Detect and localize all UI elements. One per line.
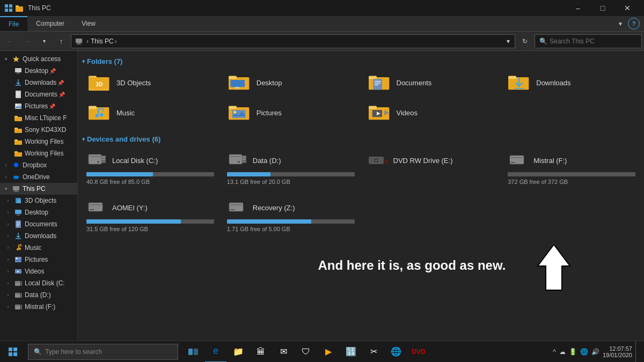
item-icon-working-files2 <box>13 149 23 158</box>
folder-item-downloads[interactable]: Downloads <box>502 69 640 97</box>
folder-documents-icon <box>369 73 390 92</box>
drive-bar-fill-d <box>227 172 270 176</box>
taskbar-vlc-icon[interactable]: ▶ <box>318 341 339 363</box>
taskbar-security-icon[interactable]: 🛡 <box>295 341 317 363</box>
folders-section-header[interactable]: ▾Folders (7) <box>82 55 640 69</box>
svg-rect-5 <box>16 5 19 7</box>
taskbar-dvd-icon[interactable]: DVD <box>408 341 429 363</box>
sidebar-item-data-d[interactable]: › Data (D:) <box>0 289 77 301</box>
taskbar-store-icon[interactable]: 🏛 <box>250 341 272 363</box>
sidebar-item-quick-access[interactable]: ▾ Quick access <box>0 53 77 65</box>
drive-top-y: AOMEI (Y:) <box>86 198 214 217</box>
folder-icon-sidebar <box>14 150 22 157</box>
sidebar-item-documents-pc[interactable]: › Documents <box>0 218 77 230</box>
drive-bar-bg-c <box>86 172 214 176</box>
svg-text:3D: 3D <box>96 82 103 87</box>
sidebar-item-pictures-qa[interactable]: Pictures 📌 <box>0 100 77 112</box>
drive-item-y[interactable]: AOMEI (Y:) 31.5 GB free of 120 GB <box>82 194 218 237</box>
forward-button[interactable]: → <box>19 34 34 48</box>
svg-rect-129 <box>194 349 198 355</box>
path-end-separator: › <box>115 38 117 45</box>
drive-item-z[interactable]: Recovery (Z:) 1.71 GB free of 5.00 GB <box>223 194 359 237</box>
sidebar-item-working-files2[interactable]: Working Files <box>0 147 77 159</box>
drive-item-d[interactable]: Data (D:) 13.1 GB free of 20.0 GB <box>223 146 359 189</box>
expand-icon-documents-pc: › <box>4 221 12 227</box>
sidebar-item-onedrive[interactable]: › OneDrive <box>0 171 77 183</box>
svg-rect-71 <box>373 79 382 90</box>
svg-rect-1 <box>9 4 12 8</box>
taskbar-explorer-icon[interactable]: 📁 <box>228 341 249 363</box>
item-label-working-files2: Working Files <box>25 150 63 157</box>
svg-rect-6 <box>76 39 82 43</box>
taskbar-browser-icon[interactable]: 🌐 <box>385 341 407 363</box>
pictures-icon-sidebar <box>14 256 22 263</box>
volume-icon[interactable]: 🔊 <box>591 348 599 356</box>
folder-item-documents[interactable]: Documents <box>362 69 500 97</box>
taskbar-clock[interactable]: 12:07:57 19/01/2020 <box>603 345 632 358</box>
sidebar-item-documents-qa[interactable]: Documents 📌 <box>0 88 77 100</box>
sidebar-item-downloads-pc[interactable]: › Downloads <box>0 230 77 242</box>
close-button[interactable]: ✕ <box>615 0 640 16</box>
sidebar-item-misc-ltspice[interactable]: Misc LTspice F <box>0 112 77 124</box>
window-controls: – □ ✕ <box>566 0 640 16</box>
show-desktop-button[interactable] <box>635 341 640 363</box>
sidebar-item-mistral-f[interactable]: › Mistral (F:) <box>0 301 77 313</box>
tab-view[interactable]: View <box>73 16 104 31</box>
sidebar-item-this-pc[interactable]: ▾ This PC <box>0 183 77 195</box>
drive-item-f[interactable]: Mistral (F:) 372 GB free of 372 GB <box>503 146 640 189</box>
sidebar-item-working-files1[interactable]: Working Files <box>0 136 77 147</box>
svg-rect-66 <box>229 76 237 79</box>
folder-item-videos[interactable]: Videos <box>362 99 500 127</box>
svg-rect-54 <box>21 281 22 286</box>
taskbar-cut-icon[interactable]: ✂ <box>363 341 384 363</box>
devices-section-header[interactable]: ▾Devices and drives (6) <box>82 133 640 146</box>
tab-computer[interactable]: Computer <box>27 16 73 31</box>
up-button[interactable]: ↑ <box>54 34 69 48</box>
minimize-button[interactable]: – <box>566 0 590 16</box>
sidebar-item-music-pc[interactable]: › Music <box>0 242 77 254</box>
taskbar-search-box[interactable]: 🔍 Type here to search <box>28 344 178 360</box>
taskbar-mail-icon[interactable]: ✉ <box>273 341 294 363</box>
sidebar-item-local-disk-c[interactable]: › Local Disk (C: <box>0 277 77 289</box>
sidebar-item-videos-pc[interactable]: › Videos <box>0 265 77 277</box>
back-button[interactable]: ← <box>2 34 17 48</box>
item-label-desktop-pc: Desktop <box>25 209 48 216</box>
svg-rect-83 <box>229 106 237 109</box>
taskbar-task-view[interactable] <box>182 341 204 363</box>
item-icon-mistral-f <box>13 302 23 312</box>
sidebar-item-desktop-pc[interactable]: › Desktop <box>0 206 77 218</box>
recent-locations-button[interactable]: ▾ <box>36 34 52 48</box>
svg-rect-67 <box>230 80 245 87</box>
sidebar-item-pictures-pc[interactable]: › Pictures <box>0 254 77 265</box>
tab-file[interactable]: File <box>0 16 27 31</box>
sidebar-item-desktop-qa[interactable]: Desktop 📌 <box>0 65 77 77</box>
start-button[interactable] <box>0 341 26 363</box>
folder-item-3d-objects[interactable]: 3D 3D Objects <box>82 69 220 97</box>
item-label-mistral-f: Mistral (F:) <box>25 303 55 311</box>
expand-icon-videos-pc: › <box>4 269 12 274</box>
folder-icon-wrap: 3D <box>86 72 112 93</box>
help-button[interactable]: ? <box>628 18 640 29</box>
folder-item-desktop[interactable]: Desktop <box>222 69 360 97</box>
sidebar-item-sony-kd43xd[interactable]: Sony KD43XD <box>0 124 77 136</box>
maximize-button[interactable]: □ <box>590 0 615 16</box>
taskbar-edge-icon[interactable]: e <box>205 341 226 363</box>
sidebar-item-3d-objects[interactable]: › 3D Objects <box>0 195 77 206</box>
taskbar-calc-icon[interactable]: 🔢 <box>340 341 362 363</box>
main-layout: ▾ Quick access Desktop 📌 Downloads 📌 Doc… <box>0 51 644 346</box>
address-dropdown-button[interactable]: ▾ <box>502 34 515 48</box>
folder-item-pictures[interactable]: Pictures <box>222 99 360 127</box>
upload-arrow-svg <box>532 242 575 295</box>
ribbon-collapse-button[interactable]: ▼ <box>613 17 628 31</box>
show-hidden-icons[interactable]: ^ <box>553 348 556 356</box>
desktop-icon-sidebar <box>14 67 22 75</box>
refresh-button[interactable]: ↻ <box>517 34 532 48</box>
expand-icon-desktop-pc: › <box>4 210 12 215</box>
drive-item-e[interactable]: DVD DVD RW Drive (E:) <box>363 146 500 189</box>
sidebar-item-downloads-qa[interactable]: Downloads 📌 <box>0 77 77 88</box>
ribbon-tabs: File Computer View ▼ ? <box>0 16 644 31</box>
drive-item-c[interactable]: Local Disk (C:) 40.8 GB free of 85.0 GB <box>82 146 218 189</box>
search-input[interactable] <box>550 38 630 45</box>
folder-item-music[interactable]: Music <box>82 99 220 127</box>
sidebar-item-dropbox[interactable]: › Dropbox <box>0 159 77 171</box>
